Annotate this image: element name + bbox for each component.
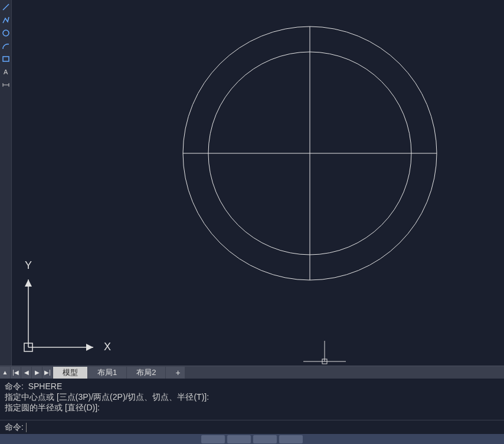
status-item[interactable] [227, 435, 251, 443]
tool-line-icon[interactable] [1, 2, 11, 12]
command-prompt-label: 命令: [5, 422, 24, 433]
svg-rect-2 [3, 57, 9, 61]
command-history-line: 指定中心点或 [三点(3P)/两点(2P)/切点、切点、半径(T)]: [5, 392, 499, 402]
tab-last-icon[interactable]: ▶| [42, 367, 53, 379]
status-item[interactable] [253, 435, 277, 443]
command-history: 命令: SPHERE 指定中心点或 [三点(3P)/两点(2P)/切点、切点、半… [0, 379, 504, 420]
tab-model[interactable]: 模型 [53, 367, 88, 379]
ucs-x-label: X [104, 341, 111, 353]
tab-layout1[interactable]: 布局1 [88, 367, 127, 379]
tab-first-icon[interactable]: |◀ [11, 367, 21, 379]
tab-add-button[interactable]: + [166, 367, 185, 379]
tool-polyline-icon[interactable] [1, 15, 11, 25]
command-history-line: 指定圆的半径或 [直径(D)]: [5, 402, 499, 413]
tab-prev-icon[interactable]: ◀ [21, 367, 32, 379]
svg-text:A: A [4, 68, 8, 75]
command-history-line: 命令: SPHERE [5, 381, 499, 392]
tool-rect-icon[interactable] [1, 54, 11, 64]
command-input-bar: 命令: [0, 420, 504, 434]
command-input[interactable] [26, 423, 499, 432]
tab-next-icon[interactable]: ▶ [32, 367, 42, 379]
tab-scroll-up-icon[interactable]: ▲ [0, 367, 11, 379]
status-item[interactable] [201, 435, 225, 443]
tool-circle-icon[interactable] [1, 28, 11, 38]
crosshair-cursor-icon [301, 341, 348, 364]
svg-marker-12 [86, 344, 93, 351]
tab-layout2[interactable]: 布局2 [127, 367, 166, 379]
tool-dim-icon[interactable] [1, 80, 11, 90]
svg-line-0 [3, 4, 9, 10]
tool-text-icon[interactable]: A [1, 67, 11, 77]
drawing-canvas[interactable]: X Y [12, 0, 504, 366]
ucs-y-label: Y [25, 259, 32, 271]
tool-arc-icon[interactable] [1, 41, 11, 51]
ucs-icon: X Y [17, 256, 111, 362]
status-item[interactable] [279, 435, 303, 443]
left-toolbar: A [0, 0, 12, 366]
svg-marker-14 [25, 279, 32, 287]
svg-point-1 [3, 30, 9, 36]
tabs-bar: ▲ |◀ ◀ ▶ ▶| 模型 布局1 布局2 + [0, 366, 504, 379]
status-bar [0, 434, 504, 444]
